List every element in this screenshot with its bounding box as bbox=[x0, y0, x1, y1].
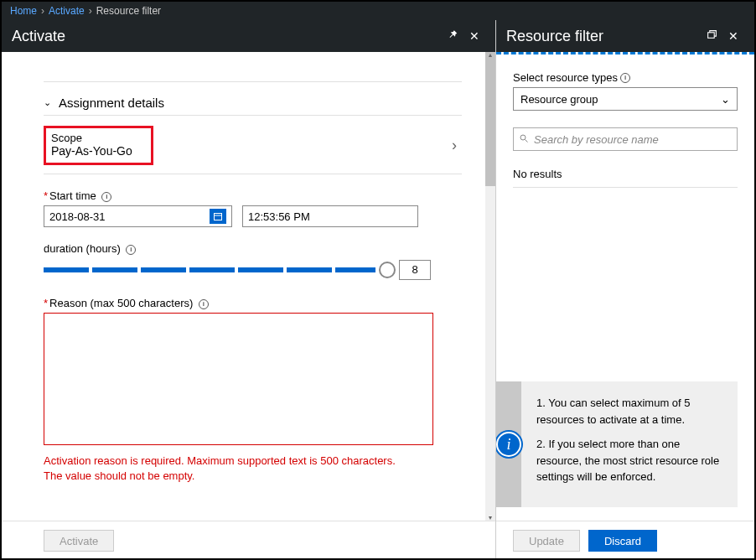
chevron-down-icon: ⌄ bbox=[44, 97, 59, 108]
search-placeholder: Search by resource name bbox=[534, 133, 659, 146]
filter-footer: Update Discard bbox=[496, 521, 754, 560]
close-icon[interactable]: ✕ bbox=[722, 29, 744, 43]
chevron-down-icon: ⌄ bbox=[721, 93, 730, 106]
hint-box: i 1. You can select maximum of 5 resourc… bbox=[496, 381, 738, 507]
search-icon bbox=[519, 133, 529, 146]
svg-point-3 bbox=[520, 135, 526, 140]
select-value: Resource group bbox=[520, 93, 598, 106]
assignment-details-section[interactable]: ⌄ Assignment details bbox=[44, 91, 462, 116]
resource-filter-panel: Resource filter ✕ Select resource types … bbox=[496, 20, 754, 560]
reason-textarea[interactable] bbox=[44, 313, 433, 445]
svg-rect-2 bbox=[707, 33, 714, 39]
hint-line-2: 2. If you select more than one resource,… bbox=[536, 436, 722, 485]
close-icon[interactable]: ✕ bbox=[463, 29, 485, 43]
hint-icon-column: i bbox=[496, 381, 521, 507]
filter-title: Resource filter bbox=[506, 28, 701, 45]
no-results-text: No results bbox=[513, 168, 738, 188]
scope-row[interactable]: Scope Pay-As-You-Go › bbox=[44, 121, 462, 174]
calendar-icon[interactable] bbox=[210, 209, 226, 224]
breadcrumb-home[interactable]: Home bbox=[10, 5, 37, 17]
chevron-right-icon: › bbox=[89, 5, 92, 17]
scroll-up-icon[interactable]: ▲ bbox=[485, 52, 495, 58]
resource-search-input[interactable]: Search by resource name bbox=[513, 127, 738, 151]
time-value: 12:53:56 PM bbox=[248, 210, 310, 223]
scope-value: Pay-As-You-Go bbox=[51, 144, 132, 158]
time-input[interactable]: 12:53:56 PM bbox=[242, 205, 418, 227]
info-icon: i bbox=[496, 432, 521, 457]
resource-type-select[interactable]: Resource group ⌄ bbox=[513, 87, 738, 111]
svg-rect-0 bbox=[215, 214, 222, 220]
activate-panel: Activate ✕ ▲ ▼ ⌄ Assignment details Scop… bbox=[2, 20, 496, 560]
scroll-down-icon[interactable]: ▼ bbox=[485, 515, 495, 521]
scope-label: Scope bbox=[51, 132, 132, 144]
date-value: 2018-08-31 bbox=[49, 210, 106, 223]
activate-footer: Activate bbox=[2, 521, 495, 560]
date-input[interactable]: 2018-08-31 bbox=[44, 205, 232, 227]
scrollbar-thumb[interactable] bbox=[485, 52, 495, 186]
restore-icon[interactable] bbox=[701, 29, 722, 43]
update-button[interactable]: Update bbox=[513, 530, 580, 552]
breadcrumb: Home › Activate › Resource filter bbox=[2, 2, 754, 20]
duration-slider[interactable] bbox=[44, 266, 387, 274]
activate-header: Activate ✕ bbox=[2, 20, 495, 52]
start-time-label: *Start time i bbox=[44, 189, 462, 202]
duration-value[interactable]: 8 bbox=[399, 260, 431, 280]
chevron-right-icon: › bbox=[452, 137, 462, 154]
section-title: Assignment details bbox=[59, 96, 164, 110]
hint-line-1: 1. You can select maximum of 5 resources… bbox=[536, 395, 722, 428]
slider-thumb[interactable] bbox=[379, 262, 396, 278]
reason-label: *Reason (max 500 characters) i bbox=[44, 297, 462, 309]
pin-icon[interactable] bbox=[442, 29, 463, 44]
info-icon[interactable]: i bbox=[199, 299, 209, 309]
discard-button[interactable]: Discard bbox=[588, 530, 657, 552]
breadcrumb-current: Resource filter bbox=[96, 5, 161, 17]
reason-error: Activation reason is required. Maximum s… bbox=[44, 454, 462, 484]
resource-types-label: Select resource types i bbox=[513, 71, 738, 84]
info-icon[interactable]: i bbox=[620, 73, 630, 83]
duration-label: duration (hours) i bbox=[44, 242, 462, 255]
breadcrumb-activate[interactable]: Activate bbox=[49, 5, 85, 17]
scope-highlight: Scope Pay-As-You-Go bbox=[44, 126, 153, 165]
scrollbar[interactable]: ▲ ▼ bbox=[485, 52, 495, 521]
info-icon[interactable]: i bbox=[101, 192, 111, 202]
svg-line-4 bbox=[526, 139, 528, 142]
activate-title: Activate bbox=[12, 28, 442, 45]
info-icon[interactable]: i bbox=[126, 245, 136, 255]
chevron-right-icon: › bbox=[41, 5, 44, 17]
activate-button[interactable]: Activate bbox=[44, 530, 114, 552]
filter-header: Resource filter ✕ bbox=[496, 20, 754, 52]
